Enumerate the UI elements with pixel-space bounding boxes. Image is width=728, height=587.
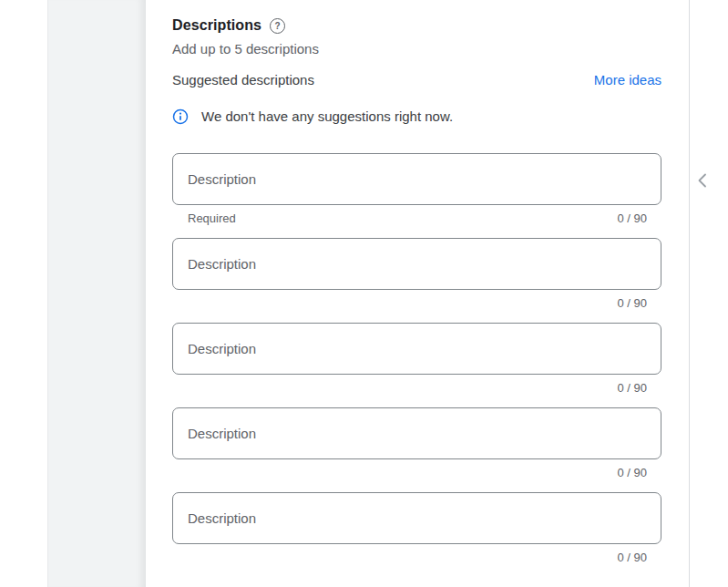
collapse-panel-button[interactable] xyxy=(692,170,713,191)
char-counter-1: 0 / 90 xyxy=(617,211,647,225)
suggested-descriptions-label: Suggested descriptions xyxy=(172,72,314,88)
description-input-4[interactable] xyxy=(172,407,661,459)
no-suggestions-banner: We don't have any suggestions right now. xyxy=(172,108,661,125)
char-counter-3: 0 / 90 xyxy=(617,381,647,395)
char-counter-2: 0 / 90 xyxy=(617,296,647,310)
no-suggestions-message: We don't have any suggestions right now. xyxy=(201,108,453,125)
chevron-left-icon xyxy=(695,171,710,190)
panel-header: Descriptions ? xyxy=(172,0,661,35)
more-ideas-link[interactable]: More ideas xyxy=(594,72,661,88)
panel-right-divider xyxy=(689,0,690,587)
description-input-5[interactable] xyxy=(172,492,661,544)
description-fields: Required 0 / 90 0 / 90 0 / 90 xyxy=(172,153,661,564)
description-input-2[interactable] xyxy=(172,238,661,290)
descriptions-subtitle: Add up to 5 descriptions xyxy=(172,41,661,57)
page-title: Descriptions xyxy=(172,16,261,35)
description-field-group-4: 0 / 90 xyxy=(172,407,661,479)
descriptions-panel: Descriptions ? Add up to 5 descriptions … xyxy=(146,0,689,587)
suggested-descriptions-row: Suggested descriptions More ideas xyxy=(172,72,661,88)
description-input-3[interactable] xyxy=(172,323,661,375)
description-input-1[interactable] xyxy=(172,153,661,205)
info-icon xyxy=(172,108,189,125)
collapsed-side-rail xyxy=(47,0,146,587)
ad-editor-screen: Descriptions ? Add up to 5 descriptions … xyxy=(0,0,728,587)
char-counter-4: 0 / 90 xyxy=(617,466,647,479)
description-field-group-3: 0 / 90 xyxy=(172,323,661,395)
required-helper-text: Required xyxy=(188,211,236,225)
description-field-group-2: 0 / 90 xyxy=(172,238,661,310)
help-icon[interactable]: ? xyxy=(270,18,285,34)
description-field-group-5: 0 / 90 xyxy=(172,492,661,564)
description-field-group-1: Required 0 / 90 xyxy=(172,153,661,225)
char-counter-5: 0 / 90 xyxy=(617,551,647,564)
